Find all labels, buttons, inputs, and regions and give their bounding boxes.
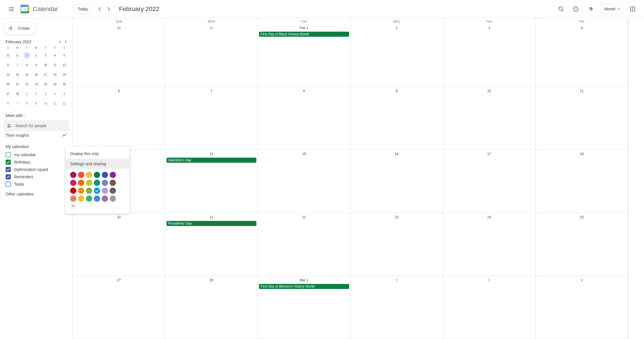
- color-swatch[interactable]: [86, 195, 92, 202]
- mini-day-cell[interactable]: 2: [31, 51, 41, 60]
- mini-day-cell[interactable]: 4: [50, 89, 60, 99]
- mini-day-cell[interactable]: 19: [60, 70, 69, 79]
- day-cell[interactable]: Mar 1First Day of Women's History Month: [258, 276, 351, 339]
- create-button[interactable]: Create: [3, 21, 37, 35]
- mini-day-cell[interactable]: 21: [13, 79, 22, 89]
- color-swatch[interactable]: [70, 195, 76, 202]
- mini-day-cell[interactable]: 9: [31, 60, 41, 70]
- color-swatch[interactable]: [102, 195, 108, 202]
- day-cell[interactable]: 23: [351, 213, 443, 276]
- settings-button[interactable]: [584, 2, 597, 16]
- day-cell[interactable]: 4: [536, 276, 628, 339]
- mini-day-cell[interactable]: 5: [60, 51, 69, 60]
- day-cell[interactable]: 20: [73, 213, 165, 276]
- day-cell[interactable]: 25: [536, 213, 628, 276]
- settings-sharing-item[interactable]: Settings and sharing: [66, 159, 130, 169]
- mini-day-cell[interactable]: 30: [3, 51, 13, 60]
- help-button[interactable]: ?: [569, 2, 583, 16]
- day-cell[interactable]: 24: [443, 213, 536, 276]
- calendar-checkbox[interactable]: [6, 182, 11, 187]
- mini-day-cell[interactable]: 13: [3, 70, 13, 79]
- day-cell[interactable]: 17: [443, 150, 536, 213]
- color-swatch[interactable]: [102, 172, 108, 178]
- color-swatch[interactable]: [110, 188, 116, 194]
- day-cell[interactable]: 16: [351, 150, 443, 213]
- calendar-checkbox[interactable]: [6, 174, 11, 179]
- color-swatch[interactable]: [94, 195, 100, 202]
- color-swatch[interactable]: [78, 180, 84, 186]
- day-cell[interactable]: 9: [351, 87, 443, 150]
- prev-month-button[interactable]: [95, 5, 104, 14]
- calendar-item[interactable]: Optimization squad: [3, 166, 69, 173]
- search-button[interactable]: [554, 2, 568, 16]
- display-only-item[interactable]: Display this only: [66, 149, 130, 159]
- color-swatch[interactable]: [78, 172, 84, 178]
- day-cell[interactable]: 31: [165, 24, 258, 87]
- color-swatch[interactable]: [110, 172, 116, 178]
- logo[interactable]: 3 Calendar: [19, 3, 58, 15]
- calendar-checkbox[interactable]: [6, 152, 11, 157]
- color-swatch[interactable]: [86, 172, 92, 178]
- color-swatch[interactable]: [110, 195, 116, 202]
- mini-day-cell[interactable]: 3: [41, 89, 50, 99]
- color-swatch[interactable]: [78, 195, 84, 202]
- color-swatch[interactable]: [102, 180, 108, 186]
- color-swatch[interactable]: [94, 188, 100, 194]
- color-swatch[interactable]: [94, 172, 100, 178]
- mini-next-button[interactable]: [64, 40, 67, 43]
- day-cell[interactable]: 10: [443, 87, 536, 150]
- mini-day-cell[interactable]: 6: [3, 99, 13, 108]
- day-cell[interactable]: 22: [258, 213, 351, 276]
- day-cell[interactable]: 2: [351, 276, 443, 339]
- day-cell[interactable]: 15: [258, 150, 351, 213]
- mini-day-cell[interactable]: 8: [22, 99, 31, 108]
- mini-day-cell[interactable]: 12: [60, 60, 69, 70]
- event-chip[interactable]: First Day of Women's History Month: [259, 284, 349, 289]
- mini-day-cell[interactable]: 28: [13, 89, 22, 99]
- mini-day-cell[interactable]: 14: [13, 70, 22, 79]
- calendar-item[interactable]: my calendar: [3, 151, 69, 158]
- view-selector[interactable]: Month: [601, 4, 623, 14]
- mini-day-cell[interactable]: 4: [50, 51, 60, 60]
- day-cell[interactable]: 6: [73, 87, 165, 150]
- calendar-item[interactable]: Tasks: [3, 181, 69, 188]
- color-swatch[interactable]: [78, 188, 84, 194]
- day-cell[interactable]: 3: [443, 24, 536, 87]
- day-cell[interactable]: 3: [443, 276, 536, 339]
- color-swatch[interactable]: [70, 180, 76, 186]
- mini-day-cell[interactable]: 23: [31, 79, 41, 89]
- mini-day-cell[interactable]: 17: [41, 70, 50, 79]
- calendar-item[interactable]: Birthdays: [3, 158, 69, 166]
- mini-day-cell[interactable]: 3: [41, 51, 50, 60]
- mini-day-cell[interactable]: 18: [50, 70, 60, 79]
- mini-day-cell[interactable]: 22: [22, 79, 31, 89]
- mini-day-cell[interactable]: 27: [3, 89, 13, 99]
- mini-day-cell[interactable]: 26: [60, 79, 69, 89]
- day-cell[interactable]: 30: [73, 24, 165, 87]
- search-people-input[interactable]: Search for people: [3, 120, 69, 131]
- color-swatch[interactable]: [70, 188, 76, 194]
- mini-day-cell[interactable]: 2: [31, 89, 41, 99]
- mini-day-cell[interactable]: 24: [41, 79, 50, 89]
- day-cell[interactable]: 4: [536, 24, 628, 87]
- mini-day-cell[interactable]: 10: [41, 60, 50, 70]
- color-swatch[interactable]: [70, 172, 76, 178]
- day-cell[interactable]: 11: [536, 87, 628, 150]
- day-cell[interactable]: 14Valentine's Day: [165, 150, 258, 213]
- next-month-button[interactable]: [104, 5, 113, 14]
- mini-day-cell[interactable]: 16: [31, 70, 41, 79]
- mini-day-cell[interactable]: 5: [60, 89, 69, 99]
- mini-day-cell[interactable]: 11: [50, 99, 60, 108]
- event-chip[interactable]: Presidents' Day: [167, 221, 257, 226]
- day-cell[interactable]: 27: [73, 276, 165, 339]
- event-chip[interactable]: Valentine's Day: [167, 158, 257, 163]
- day-cell[interactable]: 18: [536, 150, 628, 213]
- mini-day-cell[interactable]: 20: [3, 79, 13, 89]
- mini-day-cell[interactable]: 1: [22, 51, 31, 60]
- apps-button[interactable]: [626, 2, 639, 16]
- mini-day-cell[interactable]: 25: [50, 79, 60, 89]
- calendar-checkbox[interactable]: [6, 160, 11, 165]
- calendar-item[interactable]: Reminders: [3, 173, 69, 181]
- mini-prev-button[interactable]: [59, 40, 61, 43]
- day-cell[interactable]: 8: [258, 87, 351, 150]
